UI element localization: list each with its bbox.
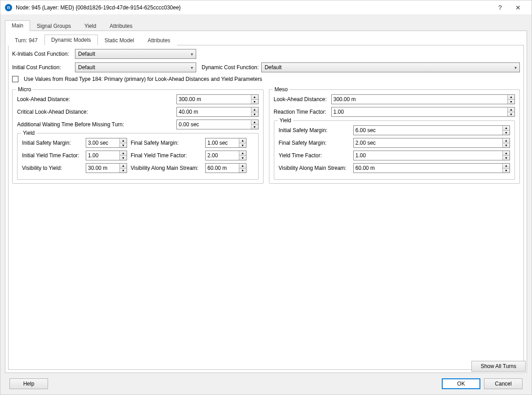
- micro-iytf-spinner[interactable]: 1.00▲▼: [86, 151, 127, 160]
- body-area: Main Signal Groups Yield Attributes Turn…: [0, 15, 532, 395]
- spinner-buttons[interactable]: ▲▼: [502, 164, 510, 173]
- meso-ytf-value: 1.00: [354, 151, 503, 160]
- micro-lad-value: 300.00 m: [177, 95, 251, 104]
- meso-rtf-label: Reaction Time Factor:: [274, 109, 331, 115]
- footer: Help OK Cancel: [5, 373, 527, 395]
- initial-cost-combo[interactable]: Default ▾: [75, 62, 196, 72]
- dynamic-cost-label: Dynamic Cost Function:: [202, 64, 259, 71]
- micro-vty-spinner[interactable]: 30.00 m▲▼: [86, 163, 127, 173]
- micro-lad-label: Look-Ahead Distance:: [17, 96, 176, 102]
- inner-tab-attributes[interactable]: Attributes: [141, 35, 177, 45]
- micro-iytf-value: 1.00: [86, 151, 119, 160]
- meso-ism-spinner[interactable]: 6.00 sec▲▼: [353, 125, 510, 135]
- app-icon: n: [5, 4, 12, 11]
- spinner-buttons[interactable]: ▲▼: [239, 138, 246, 147]
- chevron-down-icon: ▾: [191, 65, 193, 70]
- spinner-buttons[interactable]: ▲▼: [502, 126, 510, 135]
- micro-await-spinner[interactable]: 0.00 sec ▲▼: [176, 120, 259, 129]
- meso-vams-spinner[interactable]: 60.00 m▲▼: [353, 163, 510, 173]
- tab-main[interactable]: Main: [5, 20, 30, 31]
- close-icon[interactable]: ✕: [509, 4, 527, 11]
- help-button[interactable]: Help: [9, 378, 48, 389]
- micro-fytf-label: Final Yield Time Factor:: [131, 152, 205, 159]
- micro-await-value: 0.00 sec: [177, 120, 251, 129]
- dynamic-cost-combo[interactable]: Default ▾: [261, 62, 520, 72]
- meso-ism-value: 6.00 sec: [354, 126, 503, 135]
- micro-fsm-spinner[interactable]: 1.00 sec▲▼: [205, 138, 246, 148]
- chevron-down-icon: ▾: [514, 65, 517, 70]
- inner-tab-static-model[interactable]: Static Model: [98, 35, 141, 45]
- use-values-label: Use Values from Road Type 184: Primary (…: [24, 76, 262, 82]
- meso-lad-label: Look-Ahead Distance:: [274, 96, 331, 102]
- spinner-buttons[interactable]: ▲▼: [239, 164, 246, 173]
- spinner-buttons[interactable]: ▲▼: [507, 95, 514, 104]
- meso-ism-label: Initial Safety Margin:: [279, 127, 353, 133]
- spinner-buttons[interactable]: ▲▼: [239, 151, 246, 160]
- dynamic-models-page: K-Initials Cost Function: Default ▾ Init…: [8, 45, 524, 370]
- spinner-buttons[interactable]: ▲▼: [507, 107, 514, 116]
- meso-group: Meso Look-Ahead Distance: 300.00 m▲▼ Rea…: [269, 89, 520, 184]
- ok-button[interactable]: OK: [442, 378, 480, 389]
- initial-cost-value: Default: [78, 64, 95, 71]
- chevron-down-icon: ▾: [191, 52, 193, 57]
- micro-fytf-spinner[interactable]: 2.00▲▼: [205, 151, 246, 160]
- micro-yield-legend: Yield: [21, 130, 36, 136]
- inner-tab-dynamic-models[interactable]: Dynamic Models: [44, 35, 98, 45]
- spinner-buttons[interactable]: ▲▼: [119, 151, 127, 160]
- micro-group: Micro Look-Ahead Distance: 300.00 m ▲▼: [12, 89, 264, 184]
- main-tab-page: Turn: 947 Dynamic Models Static Model At…: [5, 31, 527, 373]
- k-initials-cost-combo[interactable]: Default ▾: [75, 49, 196, 59]
- spinner-buttons[interactable]: ▲▼: [251, 95, 258, 104]
- micro-vams-value: 60.00 m: [206, 164, 239, 173]
- meso-yield-legend: Yield: [278, 117, 293, 124]
- micro-ism-spinner[interactable]: 3.00 sec▲▼: [86, 138, 127, 148]
- dynamic-cost-value: Default: [264, 64, 281, 71]
- titlebar: n Node: 945 (Layer: MED) {008d1826-19cd-…: [0, 0, 532, 15]
- k-initials-cost-label: K-Initials Cost Function:: [12, 51, 72, 57]
- meso-vams-value: 60.00 m: [354, 164, 503, 173]
- micro-fsm-value: 1.00 sec: [206, 138, 239, 147]
- tab-attributes[interactable]: Attributes: [103, 21, 139, 31]
- cancel-button[interactable]: Cancel: [484, 378, 523, 389]
- micro-vty-label: Visibility to Yield:: [22, 165, 86, 171]
- meso-legend: Meso: [273, 86, 290, 93]
- micro-lad-spinner[interactable]: 300.00 m ▲▼: [176, 94, 259, 104]
- spinner-buttons[interactable]: ▲▼: [119, 138, 127, 147]
- micro-vams-label: Visibility Along Main Stream:: [131, 165, 205, 171]
- micro-vams-spinner[interactable]: 60.00 m▲▼: [205, 163, 246, 173]
- initial-cost-label: Initial Cost Function:: [12, 64, 72, 71]
- inner-tabstrip: Turn: 947 Dynamic Models Static Model At…: [8, 34, 524, 45]
- micro-clad-spinner[interactable]: 40.00 m ▲▼: [176, 107, 259, 117]
- micro-clad-value: 40.00 m: [177, 107, 251, 116]
- spinner-buttons[interactable]: ▲▼: [251, 120, 258, 129]
- meso-ytf-spinner[interactable]: 1.00▲▼: [353, 151, 510, 160]
- meso-ytf-label: Yield Time Factor:: [279, 152, 353, 159]
- tab-signal-groups[interactable]: Signal Groups: [30, 21, 78, 31]
- spinner-buttons[interactable]: ▲▼: [502, 151, 510, 160]
- spinner-buttons[interactable]: ▲▼: [119, 164, 127, 173]
- inner-tab-turn[interactable]: Turn: 947: [8, 35, 44, 45]
- meso-fsm-spinner[interactable]: 2.00 sec▲▼: [353, 138, 510, 148]
- meso-yield-group: Yield Initial Safety Margin: 6.00 sec▲▼ …: [274, 120, 515, 180]
- meso-fsm-value: 2.00 sec: [354, 138, 503, 147]
- meso-rtf-spinner[interactable]: 1.00▲▼: [331, 107, 515, 117]
- tab-yield[interactable]: Yield: [78, 21, 103, 31]
- micro-legend: Micro: [16, 86, 33, 93]
- dialog-window: n Node: 945 (Layer: MED) {008d1826-19cd-…: [0, 0, 532, 395]
- use-values-checkbox[interactable]: [12, 76, 18, 82]
- meso-vams-label: Visibility Along Main Stream:: [279, 165, 353, 171]
- micro-await-label: Additional Waiting Time Before Missing T…: [17, 121, 176, 128]
- help-icon[interactable]: ?: [491, 4, 509, 11]
- spinner-buttons[interactable]: ▲▼: [502, 138, 510, 147]
- micro-fsm-label: Final Safety Margin:: [131, 140, 205, 146]
- micro-vty-value: 30.00 m: [86, 164, 119, 173]
- meso-fsm-label: Final Safety Margin:: [279, 140, 353, 146]
- window-title: Node: 945 (Layer: MED) {008d1826-19cd-47…: [16, 4, 491, 11]
- meso-lad-spinner[interactable]: 300.00 m▲▼: [331, 94, 515, 104]
- micro-ism-value: 3.00 sec: [86, 138, 119, 147]
- meso-rtf-value: 1.00: [332, 107, 508, 116]
- meso-lad-value: 300.00 m: [332, 95, 508, 104]
- spinner-buttons[interactable]: ▲▼: [251, 107, 258, 116]
- show-all-turns-button[interactable]: Show All Turns: [471, 361, 526, 372]
- micro-fytf-value: 2.00: [206, 151, 239, 160]
